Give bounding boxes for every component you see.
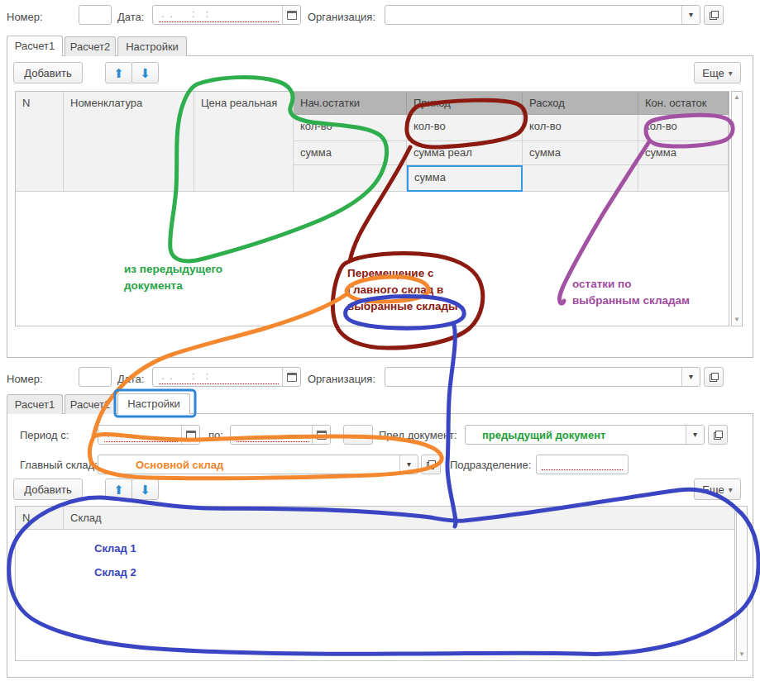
chevron-down-icon: ▾: [689, 11, 693, 19]
open-form-icon: [710, 11, 719, 20]
org-open-button[interactable]: [704, 5, 724, 25]
scroll-up-icon[interactable]: ▲: [732, 94, 742, 101]
org-open-button-2[interactable]: [704, 367, 724, 387]
period-to-input[interactable]: . .: [230, 425, 331, 445]
arrow-down-icon: ⬇: [140, 483, 151, 496]
subcol-end-qty[interactable]: кол-во: [638, 115, 729, 141]
more-button-label: Еще: [702, 67, 724, 79]
prev-doc-dropdown-button[interactable]: ▾: [686, 426, 704, 444]
chevron-down-icon: ▾: [407, 460, 411, 469]
annotation-warehouse-row-2: Склад 2: [94, 566, 136, 579]
org-label: Организация:: [308, 11, 375, 23]
move-up-button-bottom[interactable]: ⬆: [105, 479, 132, 500]
tab-nastroyki-top[interactable]: Настройки: [117, 36, 187, 56]
main-warehouse-label: Главный склад:: [20, 459, 98, 471]
calendar-button-from[interactable]: [181, 426, 199, 444]
main-warehouse-open-button[interactable]: [421, 455, 441, 474]
calendar-icon: [287, 373, 297, 382]
subcol-income-sum-selected[interactable]: сумма: [407, 165, 523, 192]
calendar-button-2[interactable]: [282, 368, 300, 386]
open-form-icon: [427, 460, 436, 469]
calendar-button-to[interactable]: [312, 426, 330, 444]
org-input-2[interactable]: ▾: [385, 367, 700, 387]
prev-doc-input[interactable]: предыдущий документ ▾: [465, 425, 705, 445]
period-to-label: по:: [208, 429, 223, 441]
prev-doc-open-button[interactable]: [708, 425, 728, 445]
calendar-icon: [287, 11, 297, 20]
date-input[interactable]: . . : :: [152, 5, 301, 25]
col-header-n-2[interactable]: N: [16, 507, 64, 530]
col-header-warehouse[interactable]: Склад: [64, 507, 734, 530]
number-label-2: Номер:: [7, 373, 43, 385]
period-from-placeholder: . .: [104, 428, 178, 442]
more-button-label: Еще: [702, 483, 724, 496]
group-header-end-balance[interactable]: Кон. остаток: [638, 92, 729, 115]
org-dropdown-button-2[interactable]: ▾: [681, 368, 700, 386]
subcol-start-sum[interactable]: сумма: [294, 141, 407, 165]
annotation-green-note: из передыдущего документа: [124, 261, 248, 294]
chevron-down-icon: ▾: [729, 485, 733, 494]
add-button-top[interactable]: Добавить: [13, 62, 83, 83]
arrow-up-icon: ⬆: [113, 67, 124, 79]
tab-raschet2-top[interactable]: Расчет2: [65, 36, 116, 56]
col-header-n[interactable]: N: [16, 92, 64, 192]
org-input[interactable]: ▾: [385, 5, 700, 25]
subcol-start-qty[interactable]: кол-во: [294, 115, 407, 141]
move-down-button-bottom[interactable]: ⬇: [131, 479, 159, 500]
period-dots-button[interactable]: …: [343, 425, 373, 445]
tab-raschet2-bottom[interactable]: Расчет2: [65, 394, 116, 414]
annotation-warehouse-row-1: Склад 1: [94, 542, 136, 555]
add-button-bottom[interactable]: Добавить: [13, 479, 83, 500]
date-placeholder: . . : :: [159, 8, 279, 22]
tab-nastroyki-bottom[interactable]: Настройки: [117, 393, 190, 414]
org-dropdown-button[interactable]: ▾: [681, 6, 700, 24]
calendar-icon: [186, 431, 196, 440]
calendar-icon: [317, 431, 327, 440]
number-label: Номер:: [7, 11, 43, 23]
division-input[interactable]: [536, 455, 629, 474]
period-from-label: Период с:: [20, 429, 69, 441]
chevron-down-icon: ▾: [689, 373, 693, 381]
group-header-outcome[interactable]: Расход: [523, 92, 638, 115]
subcol-income-qty[interactable]: кол-во: [407, 115, 523, 141]
number-input[interactable]: [79, 5, 112, 25]
more-button-top[interactable]: Еще▾: [694, 62, 741, 83]
open-form-icon: [714, 431, 723, 440]
subcol-outcome-empty: [523, 165, 638, 192]
screenshot-root: Номер: Дата: . . : : Организация: ▾ Расч…: [0, 0, 760, 700]
date-label-2: Дата:: [117, 373, 144, 385]
group-header-income[interactable]: Приход: [407, 92, 523, 115]
more-button-bottom[interactable]: Еще▾: [694, 479, 741, 500]
date-input-2[interactable]: . . : :: [152, 367, 301, 387]
main-warehouse-dropdown-button[interactable]: ▾: [399, 455, 418, 474]
scroll-down-icon[interactable]: ▼: [732, 317, 742, 323]
col-header-nomenclature[interactable]: Номенклатура: [64, 92, 194, 192]
group-header-start-balance[interactable]: Нач.остатки: [294, 92, 407, 115]
open-form-icon: [710, 373, 719, 382]
date-placeholder-2: . . : :: [159, 370, 279, 384]
scroll-down-icon[interactable]: ▼: [737, 651, 747, 658]
scrollbar-vertical-bottom[interactable]: ▲ ▼: [736, 506, 748, 661]
tab-raschet1-top[interactable]: Расчет1: [7, 36, 63, 56]
subcol-outcome-sum[interactable]: сумма: [523, 141, 638, 165]
subcol-outcome-qty[interactable]: кол-во: [523, 115, 638, 141]
tab-raschet1-bottom[interactable]: Расчет1: [7, 394, 63, 414]
period-from-input[interactable]: . .: [98, 425, 200, 445]
annotation-red-note: Перемещение с Главного склад в выбранные…: [347, 265, 471, 315]
move-up-button-top[interactable]: ⬆: [105, 62, 132, 83]
calendar-button[interactable]: [282, 6, 300, 24]
main-warehouse-input[interactable]: Основной склад ▾: [98, 455, 418, 474]
subcol-income-sum-real[interactable]: сумма реал: [407, 141, 523, 165]
annotation-purple-note: остатки по выбранным складам: [572, 276, 705, 309]
subcol-end-sum[interactable]: сумма: [638, 141, 729, 165]
number-input-2[interactable]: [79, 367, 112, 387]
period-to-placeholder: . .: [237, 428, 308, 442]
scrollbar-vertical-top[interactable]: ▲ ▼: [731, 91, 743, 326]
arrow-up-icon: ⬆: [113, 483, 124, 496]
col-header-real-price[interactable]: Цена реальная: [194, 92, 294, 192]
move-down-button-top[interactable]: ⬇: [131, 62, 159, 83]
warehouse-table: N Склад: [15, 506, 735, 661]
subcol-start-empty: [294, 165, 407, 192]
chevron-down-icon: ▾: [729, 69, 733, 78]
scroll-up-icon[interactable]: ▲: [737, 509, 747, 516]
